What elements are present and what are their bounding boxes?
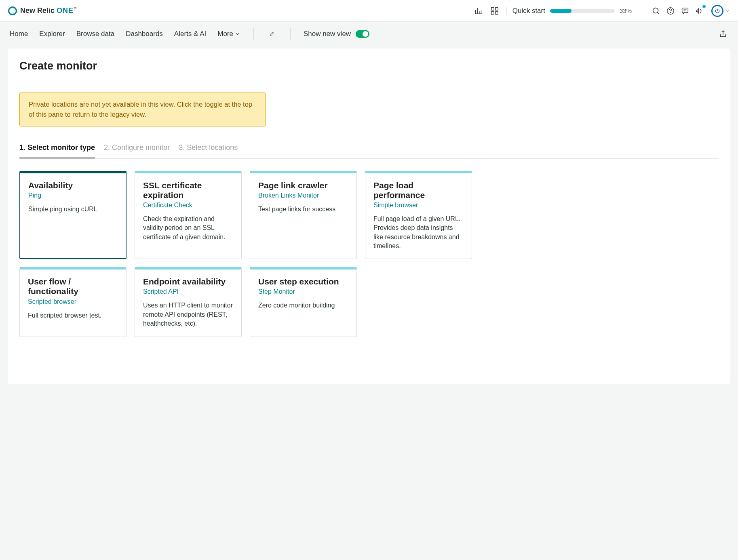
- card-subtitle: Scripted API: [143, 288, 233, 295]
- brand-suffix: ONE: [57, 6, 74, 15]
- main-panel: Create monitor Private locations are not…: [8, 48, 730, 384]
- quick-start-percent: 33%: [620, 7, 632, 14]
- avatar-icon: [711, 5, 723, 17]
- card-title: Page load performance: [373, 181, 464, 200]
- step-select-locations[interactable]: 3. Select locations: [179, 143, 238, 158]
- monitor-type-cards: Availability Ping Simple ping using cURL…: [19, 171, 719, 337]
- card-endpoint-availability[interactable]: Endpoint availability Scripted API Uses …: [135, 267, 242, 337]
- card-description: Test page links for success: [258, 205, 348, 214]
- card-page-load-performance[interactable]: Page load performance Simple browser Ful…: [365, 171, 472, 259]
- edit-icon[interactable]: [267, 29, 277, 39]
- brand-text: New Relic ONE™: [20, 6, 78, 15]
- nav-home[interactable]: Home: [10, 30, 28, 38]
- subnav: Home Explorer Browse data Dashboards Ale…: [0, 22, 738, 46]
- share-icon[interactable]: [718, 29, 728, 39]
- logo-icon: [8, 6, 17, 15]
- card-description: Simple ping using cURL: [28, 205, 118, 214]
- chart-icon[interactable]: [473, 6, 484, 16]
- toggle-switch[interactable]: [356, 30, 369, 38]
- show-new-view-label: Show new view: [304, 30, 351, 38]
- nav-explorer[interactable]: Explorer: [39, 30, 65, 38]
- header-left: New Relic ONE™: [8, 6, 78, 15]
- card-title: SSL certificate expiration: [143, 181, 233, 200]
- header-divider: [644, 5, 644, 17]
- card-description: Zero code monitor building: [258, 301, 348, 310]
- wizard-steps: 1. Select monitor type 2. Configure moni…: [19, 143, 719, 159]
- search-icon[interactable]: [651, 6, 661, 16]
- svg-rect-0: [491, 7, 493, 10]
- card-description: Uses an HTTP client to monitor remote AP…: [143, 301, 233, 328]
- subnav-left: Home Explorer Browse data Dashboards Ale…: [10, 28, 369, 40]
- card-user-step-execution[interactable]: User step execution Step Monitor Zero co…: [250, 267, 357, 337]
- subnav-divider-2: [290, 28, 291, 40]
- svg-rect-2: [491, 11, 493, 14]
- card-page-link-crawler[interactable]: Page link crawler Broken Links Monitor T…: [250, 171, 357, 259]
- card-availability[interactable]: Availability Ping Simple ping using cURL: [19, 171, 127, 259]
- quick-start-group[interactable]: Quick start 33%: [506, 7, 637, 15]
- card-title: User flow / functionality: [28, 277, 118, 296]
- apps-grid-icon[interactable]: [489, 6, 500, 16]
- nav-more-label: More: [217, 30, 233, 38]
- header-right: Quick start 33%: [473, 5, 730, 17]
- feedback-icon[interactable]: [680, 6, 690, 16]
- subnav-right: [718, 29, 728, 39]
- card-subtitle: Broken Links Monitor: [258, 192, 348, 199]
- brand-tm: ™: [74, 6, 78, 11]
- quick-start-progress: [550, 9, 615, 13]
- svg-point-6: [670, 12, 671, 13]
- nav-alerts-ai[interactable]: Alerts & AI: [174, 30, 206, 38]
- svg-point-4: [653, 8, 658, 13]
- chevron-down-icon: [725, 8, 730, 13]
- card-user-flow[interactable]: User flow / functionality Scripted brows…: [19, 267, 127, 337]
- card-title: Endpoint availability: [143, 277, 233, 286]
- info-banner: Private locations are not yet available …: [19, 93, 266, 126]
- quick-start-label: Quick start: [512, 7, 545, 15]
- app-header: New Relic ONE™ Quick start 33%: [0, 0, 738, 22]
- card-subtitle: Scripted browser: [28, 298, 118, 305]
- card-subtitle: Ping: [28, 192, 118, 199]
- help-icon[interactable]: [665, 6, 676, 16]
- chevron-down-icon: [235, 31, 240, 37]
- svg-rect-1: [496, 7, 498, 10]
- card-title: Availability: [28, 181, 118, 190]
- card-subtitle: Step Monitor: [258, 288, 348, 295]
- step-configure-monitor[interactable]: 2. Configure monitor: [104, 143, 170, 158]
- brand-name: New Relic: [20, 6, 55, 15]
- card-description: Check the expiration and validity period…: [143, 215, 233, 242]
- account-menu[interactable]: [711, 5, 730, 17]
- card-subtitle: Certificate Check: [143, 202, 233, 209]
- nav-more[interactable]: More: [217, 30, 240, 38]
- card-title: Page link crawler: [258, 181, 348, 190]
- announcements-icon[interactable]: [694, 6, 705, 16]
- brand-logo[interactable]: New Relic ONE™: [8, 6, 78, 15]
- show-new-view-toggle[interactable]: Show new view: [304, 30, 369, 38]
- step-select-monitor-type[interactable]: 1. Select monitor type: [19, 143, 95, 158]
- card-ssl-certificate[interactable]: SSL certificate expiration Certificate C…: [135, 171, 242, 259]
- page-title: Create monitor: [19, 60, 719, 72]
- nav-browse-data[interactable]: Browse data: [76, 30, 115, 38]
- svg-rect-3: [496, 11, 498, 14]
- card-description: Full page load of a given URL. Provides …: [373, 215, 464, 251]
- card-subtitle: Simple browser: [373, 202, 464, 209]
- nav-dashboards[interactable]: Dashboards: [126, 30, 163, 38]
- card-title: User step execution: [258, 277, 348, 286]
- subnav-divider: [253, 28, 254, 40]
- progress-fill: [550, 9, 571, 13]
- card-description: Full scripted browser test.: [28, 311, 118, 320]
- header-icon-group-left: [473, 6, 502, 16]
